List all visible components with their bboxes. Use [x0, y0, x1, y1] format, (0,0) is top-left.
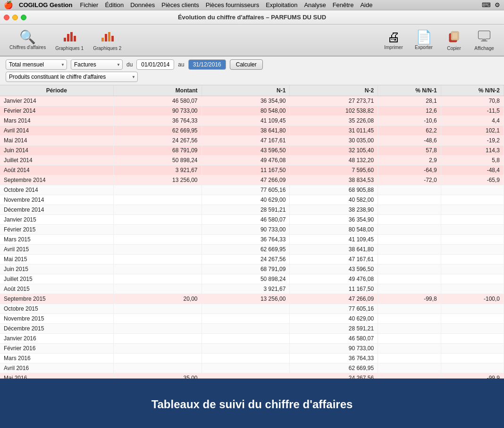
cell-pn1 — [378, 373, 441, 379]
svg-rect-0 — [64, 38, 66, 41]
cell-pn2: -65,9 — [441, 175, 504, 185]
filter-select-wrapper[interactable]: Produits constituant le chiffre d'affair… — [6, 72, 138, 82]
cell-n1: 47 167,61 — [202, 136, 290, 146]
date-from-input[interactable] — [136, 59, 174, 70]
cell-montant: 50 898,24 — [113, 156, 202, 165]
type-select-wrapper[interactable]: Factures Avoirs Factures + Avoirs — [71, 59, 123, 70]
cell-pn2: 5,8 — [441, 156, 504, 165]
cell-periode: Juillet 2015 — [0, 274, 113, 284]
maximize-button[interactable] — [21, 15, 26, 20]
menu-pieces-clients[interactable]: Pièces clients — [161, 1, 199, 8]
cell-n2: 11 167,50 — [290, 284, 378, 294]
table-row: Juin 2014 68 791,09 43 596,50 32 105,40 … — [0, 146, 504, 156]
cell-n2: 31 011,45 — [290, 126, 378, 136]
cell-n2: 90 733,00 — [290, 344, 378, 354]
cell-montant — [113, 324, 202, 334]
cell-periode: Avril 2016 — [0, 363, 113, 373]
cell-pn2: 70,8 — [441, 96, 504, 106]
svg-rect-3 — [74, 36, 76, 41]
cell-pn2: -11,5 — [441, 106, 504, 116]
menu-exploitation[interactable]: Exploitation — [266, 1, 297, 8]
cell-pn1 — [378, 235, 441, 245]
imprimer-button[interactable]: 🖨 Imprimer — [379, 29, 408, 52]
svg-rect-1 — [67, 34, 69, 41]
menu-aide[interactable]: Aide — [360, 1, 372, 8]
menu-pieces-fournisseurs[interactable]: Pièces fournisseurs — [206, 1, 259, 8]
settings-icon[interactable]: ⚙ — [495, 1, 500, 8]
graphiques2-button[interactable]: Graphiques 2 — [89, 27, 125, 53]
cell-montant: 36 764,33 — [113, 116, 202, 126]
cell-n2: 62 669,95 — [290, 363, 378, 373]
exporter-button[interactable]: 📄 Exporter — [410, 29, 438, 52]
cell-montant — [113, 235, 202, 245]
date-to-input[interactable] — [188, 59, 226, 70]
table-row: Mars 2014 36 764,33 41 109,45 35 226,08 … — [0, 116, 504, 126]
cell-pn1 — [378, 314, 441, 324]
cell-periode: Mars 2016 — [0, 354, 113, 363]
filter-select[interactable]: Produits constituant le chiffre d'affair… — [6, 72, 138, 82]
copier-button[interactable]: Copier — [440, 28, 468, 53]
cell-periode: Juin 2015 — [0, 264, 113, 274]
cell-n2: 38 834,53 — [290, 175, 378, 185]
svg-rect-14 — [481, 41, 487, 41]
menu-analyse[interactable]: Analyse — [304, 1, 326, 8]
export-icon: 📄 — [416, 31, 432, 44]
cell-periode: Novembre 2014 — [0, 195, 113, 205]
cell-periode: Décembre 2014 — [0, 205, 113, 215]
cell-pn1 — [378, 284, 441, 294]
cell-montant — [113, 205, 202, 215]
period-select-wrapper[interactable]: Total mensuel Total trimestriel Total an… — [6, 59, 67, 70]
calculer-button[interactable]: Calculer — [230, 59, 263, 70]
cell-pn2 — [441, 304, 504, 314]
minimize-button[interactable] — [12, 15, 18, 20]
graphiques1-button[interactable]: Graphiques 1 — [51, 27, 87, 53]
toolbar: 🔍 Chiffres d'affaires Graphiques 1 — [0, 25, 504, 57]
table-row: Janvier 2016 46 580,07 — [0, 334, 504, 344]
cell-pn2: -100,0 — [441, 294, 504, 304]
cell-n1: 90 733,00 — [202, 225, 290, 235]
cell-montant — [113, 334, 202, 344]
menu-fenetre[interactable]: Fenêtre — [333, 1, 354, 8]
cell-n2: 38 238,90 — [290, 205, 378, 215]
cell-n1: 62 669,95 — [202, 245, 290, 255]
table-row: Novembre 2015 40 629,00 — [0, 314, 504, 324]
copy-icon — [447, 30, 461, 45]
menu-donnees[interactable]: Données — [130, 1, 155, 8]
cell-n1 — [202, 334, 290, 344]
cell-montant — [113, 185, 202, 195]
cell-montant — [113, 245, 202, 255]
apple-menu[interactable]: 🍎 — [4, 0, 13, 9]
menu-fichier[interactable]: Fichier — [80, 1, 98, 8]
table-row: Octobre 2015 77 605,16 — [0, 304, 504, 314]
cell-montant — [113, 255, 202, 264]
app-name: COGILOG Gestion — [19, 1, 72, 8]
cell-pn1 — [378, 363, 441, 373]
graphiques1-label: Graphiques 1 — [55, 46, 84, 51]
menu-edition[interactable]: Édition — [105, 1, 124, 8]
period-select[interactable]: Total mensuel Total trimestriel Total an… — [6, 59, 67, 70]
cell-pn1: 2,9 — [378, 156, 441, 165]
type-select[interactable]: Factures Avoirs Factures + Avoirs — [71, 59, 123, 70]
date-to-label: au — [178, 61, 184, 68]
cell-pn1 — [378, 324, 441, 334]
chiffres-affaires-label: Chiffres d'affaires — [9, 45, 46, 50]
cell-pn1 — [378, 185, 441, 195]
cell-periode: Septembre 2015 — [0, 294, 113, 304]
cell-n2: 28 591,21 — [290, 324, 378, 334]
cell-n1: 80 548,00 — [202, 106, 290, 116]
cell-pn1 — [378, 354, 441, 363]
cell-n1: 24 267,56 — [202, 255, 290, 264]
chiffres-affaires-button[interactable]: 🔍 Chiffres d'affaires — [6, 29, 50, 52]
cell-montant — [113, 225, 202, 235]
cell-n2: 32 105,40 — [290, 146, 378, 156]
affichage-button[interactable]: Affichage — [470, 27, 498, 53]
toolbar-left: 🔍 Chiffres d'affaires Graphiques 1 — [6, 27, 125, 53]
cell-pn2 — [441, 334, 504, 344]
cell-n1 — [202, 354, 290, 363]
svg-rect-7 — [111, 36, 114, 41]
svg-rect-5 — [105, 34, 107, 41]
close-button[interactable] — [4, 15, 9, 20]
cell-pn1: 62,2 — [378, 126, 441, 136]
table-row: Avril 2016 62 669,95 — [0, 363, 504, 373]
cell-n2: 80 548,00 — [290, 225, 378, 235]
